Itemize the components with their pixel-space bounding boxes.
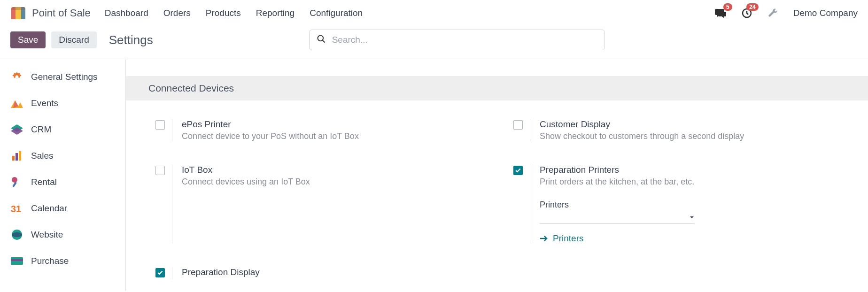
svg-text:31: 31 xyxy=(11,204,21,214)
company-name[interactable]: Demo Company xyxy=(793,8,858,18)
checkbox-iot-box[interactable] xyxy=(155,166,165,175)
sidebar-label: Calendar xyxy=(31,203,67,214)
top-nav: Dashboard Orders Products Reporting Conf… xyxy=(105,8,363,18)
content: Connected Devices ePos Printer Connect d… xyxy=(126,59,868,291)
svg-rect-5 xyxy=(19,151,21,161)
section-connected-devices: Connected Devices xyxy=(126,76,868,100)
sidebar-label: General Settings xyxy=(31,72,98,82)
page-title: Settings xyxy=(109,33,153,47)
nav-reporting[interactable]: Reporting xyxy=(256,8,294,18)
settings-grid: ePos Printer Connect device to your PoS … xyxy=(126,100,868,289)
checkbox-preparation-display[interactable] xyxy=(155,268,165,277)
nav-configuration[interactable]: Configuration xyxy=(310,8,363,18)
activities-badge: 24 xyxy=(746,3,758,11)
sales-icon xyxy=(10,149,23,162)
search-input[interactable] xyxy=(309,30,605,50)
discard-button[interactable]: Discard xyxy=(51,31,96,48)
purchase-icon xyxy=(10,254,23,268)
svg-point-1 xyxy=(318,36,323,41)
printers-link[interactable]: Printers xyxy=(540,233,845,244)
setting-iot-box: IoT Box Connect devices using an IoT Box xyxy=(148,165,488,244)
events-icon xyxy=(10,97,23,110)
wrench-icon[interactable] xyxy=(767,7,779,19)
caret-down-icon xyxy=(689,215,695,220)
setting-desc: Show checkout to customers through a sec… xyxy=(540,131,845,141)
sidebar-item-calendar[interactable]: 31 Calendar xyxy=(0,195,125,222)
pos-logo-icon xyxy=(10,7,26,20)
printers-field-label: Printers xyxy=(540,200,845,210)
setting-title: ePos Printer xyxy=(182,119,488,130)
sidebar-label: Sales xyxy=(31,151,54,161)
sidebar-item-sales[interactable]: Sales xyxy=(0,143,125,169)
search-wrap xyxy=(309,30,605,50)
app-title: Point of Sale xyxy=(32,7,91,19)
checkbox-epos-printer[interactable] xyxy=(155,120,165,130)
setting-preparation-printers: Preparation Printers Print orders at the… xyxy=(506,165,845,244)
printers-link-label: Printers xyxy=(553,233,583,244)
svg-rect-4 xyxy=(16,153,18,161)
main: General Settings Events CRM Sales Rental xyxy=(0,59,868,291)
sidebar-label: Rental xyxy=(31,177,57,187)
calendar-icon: 31 xyxy=(10,202,23,215)
svg-point-2 xyxy=(16,76,19,79)
messages-badge: 5 xyxy=(723,3,732,11)
messages-icon[interactable]: 5 xyxy=(714,7,727,19)
setting-title: Preparation Display xyxy=(182,267,488,277)
activities-icon[interactable]: 24 xyxy=(741,7,753,19)
nav-orders[interactable]: Orders xyxy=(163,8,191,18)
nav-dashboard[interactable]: Dashboard xyxy=(105,8,148,18)
arrow-right-icon xyxy=(540,235,548,242)
search-icon xyxy=(317,34,326,46)
crm-icon xyxy=(10,123,23,136)
svg-point-6 xyxy=(12,177,17,183)
setting-title: Preparation Printers xyxy=(540,165,845,175)
sidebar-item-events[interactable]: Events xyxy=(0,90,125,116)
setting-title: Customer Display xyxy=(540,119,845,130)
setting-desc: Connect devices using an IoT Box xyxy=(182,177,488,187)
nav-products[interactable]: Products xyxy=(206,8,241,18)
sidebar-label: Events xyxy=(31,98,58,108)
setting-customer-display: Customer Display Show checkout to custom… xyxy=(506,119,845,141)
printers-select[interactable] xyxy=(540,211,695,224)
setting-title: IoT Box xyxy=(182,165,488,175)
sidebar-item-purchase[interactable]: Purchase xyxy=(0,248,125,274)
svg-rect-3 xyxy=(12,156,15,161)
sidebar-label: CRM xyxy=(31,124,51,135)
setting-epos-printer: ePos Printer Connect device to your PoS … xyxy=(148,119,488,141)
topbar: Point of Sale Dashboard Orders Products … xyxy=(0,0,868,26)
sidebar-item-crm[interactable]: CRM xyxy=(0,116,125,143)
sidebar-item-rental[interactable]: Rental xyxy=(0,169,125,195)
setting-desc: Print orders at the kitchen, at the bar,… xyxy=(540,177,845,187)
save-button[interactable]: Save xyxy=(10,31,46,48)
setting-desc: Connect device to your PoS without an Io… xyxy=(182,131,488,141)
website-icon xyxy=(10,228,23,241)
rental-icon xyxy=(10,176,23,189)
checkbox-preparation-printers[interactable] xyxy=(513,166,523,175)
checkbox-customer-display[interactable] xyxy=(513,120,523,130)
topbar-right: 5 24 Demo Company xyxy=(714,7,858,19)
gear-icon xyxy=(10,70,23,84)
sidebar-label: Purchase xyxy=(31,256,69,266)
setting-preparation-display: Preparation Display xyxy=(148,267,488,279)
sidebar-item-general[interactable]: General Settings xyxy=(0,64,125,90)
action-bar: Save Discard Settings xyxy=(0,26,868,59)
sidebar: General Settings Events CRM Sales Rental xyxy=(0,59,126,291)
sidebar-item-website[interactable]: Website xyxy=(0,222,125,248)
svg-rect-11 xyxy=(11,259,23,261)
sidebar-label: Website xyxy=(31,230,63,240)
